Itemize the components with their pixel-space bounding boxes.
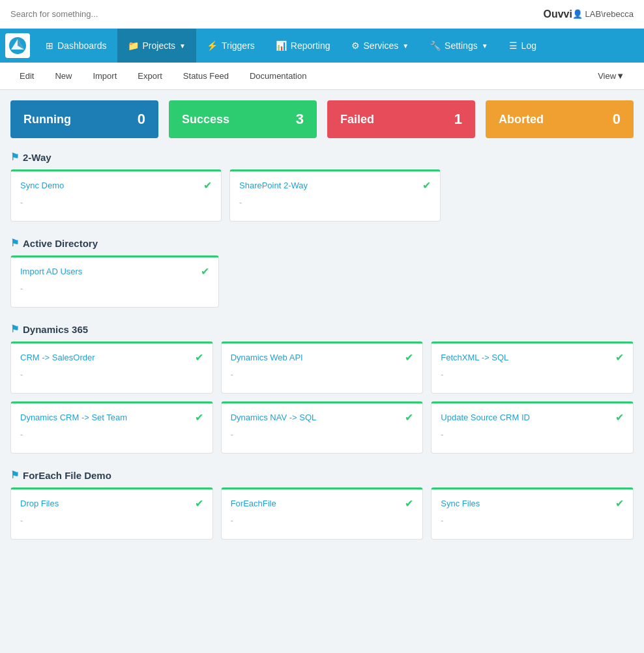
sec-nav-edit[interactable]: Edit — [10, 63, 43, 90]
section-title-dynamics365: ⚑ Dynamics 365 — [10, 323, 634, 335]
check-icon: ✔ — [405, 411, 413, 424]
project-card-sub: - — [231, 370, 414, 379]
main-content: Running 0 Success 3 Failed 1 Aborted 0 ⚑… — [0, 90, 644, 566]
check-icon: ✔ — [615, 497, 624, 510]
search-input[interactable] — [10, 9, 543, 19]
project-name: Dynamics CRM -> Set Team — [20, 413, 127, 422]
project-card[interactable]: Import AD Users ✔ - — [10, 255, 219, 308]
project-card-sub: - — [20, 430, 203, 439]
project-name: Dynamics Web API — [231, 353, 303, 362]
app-title: Ouvvi — [543, 8, 572, 20]
project-name: Drop Files — [20, 499, 59, 508]
running-count: 0 — [138, 111, 145, 128]
nav-bar: ⊞ Dashboards 📁 Projects ▼ ⚡ Triggers 📊 R… — [0, 29, 644, 63]
check-icon: ✔ — [195, 411, 203, 424]
project-card-sub: - — [20, 284, 209, 293]
folder-icon: 📁 — [128, 40, 139, 51]
project-card[interactable]: Dynamics NAV -> SQL ✔ - — [221, 401, 424, 454]
project-card-sub: - — [20, 370, 203, 379]
nav-settings[interactable]: 🔧 Settings ▼ — [419, 29, 499, 63]
chevron-down-icon-3: ▼ — [482, 42, 488, 50]
sec-nav-export[interactable]: Export — [128, 63, 171, 90]
nav-reporting[interactable]: 📊 Reporting — [265, 29, 341, 63]
project-card-title: Drop Files ✔ — [20, 497, 203, 510]
project-grid-foreachfiledemo: Drop Files ✔ - ForEachFile ✔ - Sync File… — [10, 487, 634, 540]
check-icon: ✔ — [422, 179, 431, 192]
log-icon: ☰ — [509, 40, 518, 51]
check-icon: ✔ — [195, 497, 203, 510]
running-label: Running — [23, 113, 71, 126]
sec-nav-import[interactable]: Import — [83, 63, 126, 90]
check-icon: ✔ — [195, 351, 203, 364]
project-name: Sync Demo — [20, 181, 64, 190]
project-card-title: Dynamics NAV -> SQL ✔ — [231, 411, 414, 424]
project-card-title: SharePoint 2-Way ✔ — [239, 179, 431, 192]
project-card[interactable]: Sync Files ✔ - — [431, 487, 634, 540]
project-grid-activedirectory: Import AD Users ✔ - — [10, 255, 219, 308]
chevron-down-icon-2: ▼ — [402, 42, 409, 50]
section-dynamics365: ⚑ Dynamics 365 CRM -> SalesOrder ✔ - Dyn… — [10, 323, 634, 454]
project-card-title: CRM -> SalesOrder ✔ — [20, 351, 203, 364]
check-icon: ✔ — [203, 179, 212, 192]
project-card[interactable]: ForEachFile ✔ - — [221, 487, 424, 540]
project-card[interactable]: Sync Demo ✔ - — [10, 169, 222, 222]
nav-dashboards[interactable]: ⊞ Dashboards — [35, 29, 117, 63]
project-card-title: Sync Files ✔ — [441, 497, 624, 510]
view-chevron-icon: ▼ — [616, 71, 624, 81]
sec-nav-view[interactable]: View ▼ — [589, 63, 634, 90]
sections-container: ⚑ 2-Way Sync Demo ✔ - SharePoint 2-Way ✔… — [10, 151, 634, 540]
flag-icon: ⚑ — [10, 469, 19, 481]
nav-log[interactable]: ☰ Log — [499, 29, 547, 63]
check-icon: ✔ — [201, 265, 209, 278]
sec-nav-documentation[interactable]: Documentation — [241, 63, 315, 90]
status-aborted-card[interactable]: Aborted 0 — [486, 100, 634, 138]
success-label: Success — [182, 113, 229, 126]
sec-nav-statusfeed[interactable]: Status Feed — [174, 63, 238, 90]
project-card-sub: - — [441, 370, 624, 379]
status-running-card[interactable]: Running 0 — [10, 100, 158, 138]
check-icon: ✔ — [615, 411, 624, 424]
project-card[interactable]: SharePoint 2-Way ✔ - — [229, 169, 441, 222]
nav-projects[interactable]: 📁 Projects ▼ — [117, 29, 196, 63]
project-name: Update Source CRM ID — [441, 413, 530, 422]
project-card-title: Dynamics CRM -> Set Team ✔ — [20, 411, 203, 424]
project-card[interactable]: CRM -> SalesOrder ✔ - — [10, 341, 213, 394]
flag-icon: ⚑ — [10, 323, 19, 335]
chevron-down-icon: ▼ — [179, 42, 186, 50]
project-card-title: Sync Demo ✔ — [20, 179, 212, 192]
section-2way: ⚑ 2-Way Sync Demo ✔ - SharePoint 2-Way ✔… — [10, 151, 634, 222]
check-icon: ✔ — [615, 351, 624, 364]
failed-count: 1 — [454, 111, 462, 128]
chart-icon: 📊 — [276, 40, 287, 51]
project-card-title: Dynamics Web API ✔ — [231, 351, 414, 364]
success-count: 3 — [296, 111, 304, 128]
check-icon: ✔ — [405, 497, 413, 510]
project-card[interactable]: FetchXML -> SQL ✔ - — [431, 341, 634, 394]
project-name: SharePoint 2-Way — [239, 181, 308, 190]
nav-services[interactable]: ⚙ Services ▼ — [341, 29, 420, 63]
nav-triggers[interactable]: ⚡ Triggers — [196, 29, 265, 63]
project-grid-2way: Sync Demo ✔ - SharePoint 2-Way ✔ - — [10, 169, 441, 222]
project-card[interactable]: Dynamics CRM -> Set Team ✔ - — [10, 401, 213, 454]
secondary-nav: Edit New Import Export Status Feed Docum… — [0, 63, 644, 90]
user-icon: 👤 — [572, 9, 583, 19]
sec-nav-new[interactable]: New — [46, 63, 81, 90]
project-name: Sync Files — [441, 499, 480, 508]
status-success-card[interactable]: Success 3 — [169, 100, 317, 138]
failed-label: Failed — [340, 113, 374, 126]
project-card[interactable]: Update Source CRM ID ✔ - — [431, 401, 634, 454]
project-card[interactable]: Drop Files ✔ - — [10, 487, 213, 540]
project-name: ForEachFile — [231, 499, 276, 508]
project-card-sub: - — [239, 198, 431, 207]
section-foreachfiledemo: ⚑ ForEach File Demo Drop Files ✔ - ForEa… — [10, 469, 634, 540]
project-card-title: Import AD Users ✔ — [20, 265, 209, 278]
flag-icon: ⚑ — [10, 237, 19, 249]
user-info: 👤 LAB\rebecca — [572, 9, 634, 19]
aborted-label: Aborted — [499, 113, 544, 126]
grid-icon: ⊞ — [46, 40, 53, 51]
project-card[interactable]: Dynamics Web API ✔ - — [221, 341, 424, 394]
section-title-foreachfiledemo: ⚑ ForEach File Demo — [10, 469, 634, 481]
status-failed-card[interactable]: Failed 1 — [327, 100, 475, 138]
services-icon: ⚙ — [351, 40, 360, 51]
project-name: Import AD Users — [20, 267, 82, 276]
